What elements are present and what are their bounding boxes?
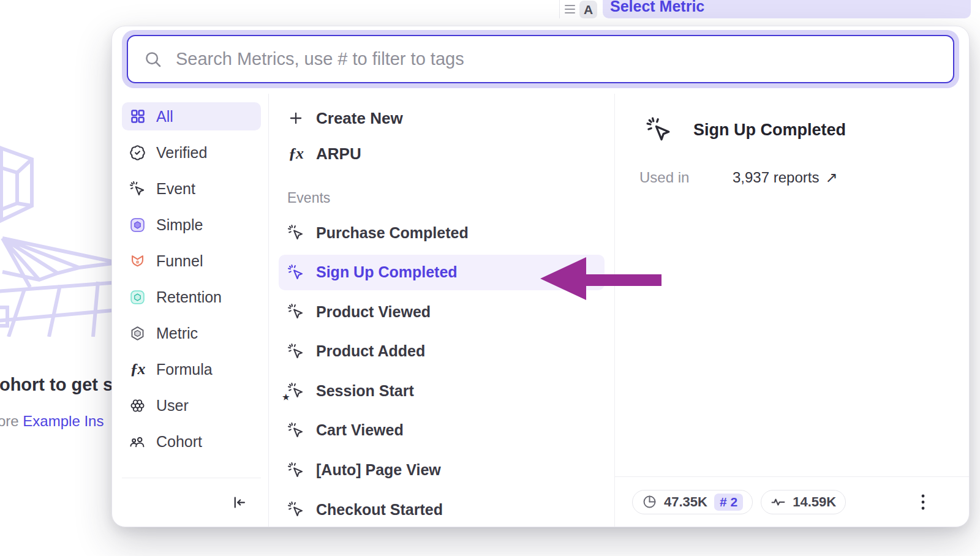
list-item-session-start[interactable]: ★ Session Start <box>279 373 605 408</box>
event-cursor-starred-icon: ★ <box>287 382 304 399</box>
event-cursor-icon <box>287 422 304 439</box>
event-cursor-icon <box>287 303 304 320</box>
create-new-label: Create New <box>316 109 403 128</box>
plus-icon <box>287 110 304 127</box>
sidebar-item-label: All <box>156 108 173 126</box>
list-item-product-added[interactable]: Product Added <box>279 334 605 369</box>
sidebar-item-label: Metric <box>156 325 198 342</box>
event-cursor-icon <box>287 224 304 241</box>
list-item-label: Purchase Completed <box>316 224 469 242</box>
example-insights-link[interactable]: Example Ins <box>23 413 104 429</box>
funnel-icon <box>129 253 146 269</box>
sidebar-item-user[interactable]: User <box>122 391 261 419</box>
list-item-label: Cart Viewed <box>316 421 404 439</box>
event-cursor-icon <box>287 343 304 360</box>
sidebar-item-label: Event <box>156 180 195 198</box>
underlying-heading-fragment: Cohort to get s <box>0 375 113 395</box>
sidebar-item-label: Verified <box>156 144 207 162</box>
list-item-label: Checkout Started <box>316 501 443 519</box>
used-in-reports-link[interactable]: 3,937 reports ↗ <box>733 169 838 186</box>
activity-pulse-icon <box>771 494 786 509</box>
retention-icon <box>129 289 146 306</box>
event-cursor-icon <box>129 181 146 197</box>
list-item-cart-viewed[interactable]: Cart Viewed <box>279 413 605 448</box>
list-item-label: Product Added <box>316 342 425 360</box>
stat-value: 47.35K <box>664 494 707 510</box>
event-cursor-icon <box>646 116 673 143</box>
sidebar-item-funnel[interactable]: Funnel <box>122 247 261 275</box>
sidebar-item-formula[interactable]: ƒx Formula <box>122 355 261 383</box>
detail-footer: 47.35K # 2 14.59K <box>615 476 969 527</box>
panel-divider <box>559 0 560 18</box>
detail-title: Sign Up Completed <box>693 121 846 140</box>
grid-icon <box>129 108 146 125</box>
metric-letter-badge: A <box>579 1 597 18</box>
north-east-arrow-icon: ↗ <box>825 169 837 186</box>
wireframe-illustration <box>0 131 123 337</box>
sidebar-item-simple[interactable]: Simple <box>122 211 261 239</box>
sidebar-item-label: Cohort <box>156 433 202 451</box>
formula-fx-icon: ƒx <box>287 145 304 162</box>
pie-chart-icon <box>642 494 657 509</box>
search-input[interactable] <box>176 49 937 69</box>
sidebar-item-label: Formula <box>156 361 213 378</box>
list-item-purchase-completed[interactable]: Purchase Completed <box>279 215 605 250</box>
verified-badge-icon <box>129 145 146 161</box>
cohort-people-icon <box>129 434 146 450</box>
events-section-label: Events <box>279 172 605 215</box>
help-line-prefix: ore <box>0 413 23 429</box>
list-item-label: Product Viewed <box>316 303 431 321</box>
used-in-label: Used in <box>639 169 733 186</box>
search-focus-ring <box>122 30 959 88</box>
volume-pill[interactable]: 14.59K <box>761 490 846 514</box>
sidebar-item-verified[interactable]: Verified <box>122 138 261 167</box>
list-item-label: Session Start <box>316 382 414 400</box>
sidebar-item-label: Retention <box>156 288 222 306</box>
sidebar-item-event[interactable]: Event <box>122 175 261 203</box>
rank-badge: # 2 <box>714 494 743 511</box>
drag-handle-icon[interactable] <box>565 5 575 13</box>
report-count-pill[interactable]: 47.35K # 2 <box>632 490 753 514</box>
select-metric-slot[interactable]: Select Metric <box>603 0 971 18</box>
more-options-kebab-icon[interactable] <box>918 493 929 511</box>
sidebar-item-retention[interactable]: Retention <box>122 283 261 311</box>
sidebar-item-all[interactable]: All <box>122 102 261 130</box>
stat-value: 14.59K <box>793 494 836 510</box>
event-cursor-icon <box>287 264 304 281</box>
sidebar-item-metric[interactable]: Metric <box>122 319 261 347</box>
simple-hexagon-icon <box>129 217 146 233</box>
collapse-left-icon[interactable] <box>231 494 247 511</box>
sidebar-item-cohort[interactable]: Cohort <box>122 427 261 456</box>
event-cursor-icon <box>287 462 304 479</box>
search-icon <box>144 50 162 69</box>
formula-fx-icon: ƒx <box>129 361 146 378</box>
event-cursor-icon <box>287 501 304 518</box>
sidebar-item-label: Funnel <box>156 252 203 270</box>
category-sidebar: All Verified Event Simple Funnel Retenti… <box>112 94 269 527</box>
list-item-label: [Auto] Page View <box>316 461 441 479</box>
create-new-button[interactable]: Create New <box>279 101 605 135</box>
metric-hexagon-icon <box>129 325 146 342</box>
list-item-label: Sign Up Completed <box>316 263 458 281</box>
search-box[interactable] <box>127 35 954 83</box>
select-metric-label: Select Metric <box>610 0 704 15</box>
metric-list: Create New ƒx ARPU Events Purchase Compl… <box>269 94 615 527</box>
detail-header: Sign Up Completed <box>615 94 969 143</box>
list-item-checkout-started[interactable]: Checkout Started <box>279 492 605 527</box>
sidebar-item-label: Simple <box>156 216 203 234</box>
user-cluster-icon <box>129 397 146 414</box>
underlying-help-line: ore Example Ins <box>0 413 104 430</box>
list-item-label: ARPU <box>316 145 361 163</box>
sidebar-footer <box>122 478 261 527</box>
list-item-arpu[interactable]: ƒx ARPU <box>279 135 605 172</box>
used-in-row: Used in 3,937 reports ↗ <box>615 169 969 186</box>
list-item-auto-page-view[interactable]: [Auto] Page View <box>279 453 605 488</box>
used-in-value: 3,937 reports <box>733 169 819 186</box>
underlying-report-row: A Select Metric <box>0 0 980 20</box>
metric-detail-panel: Sign Up Completed Used in 3,937 reports … <box>615 94 969 527</box>
sidebar-item-label: User <box>156 397 189 415</box>
annotation-arrow <box>534 249 664 305</box>
